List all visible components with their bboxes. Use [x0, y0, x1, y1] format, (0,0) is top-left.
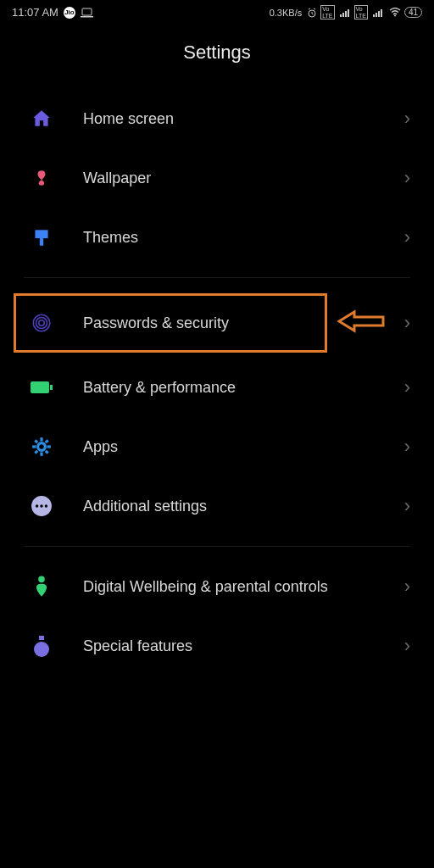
svg-point-11 [394, 15, 396, 17]
svg-rect-13 [40, 238, 43, 246]
chevron-right-icon: › [404, 108, 410, 130]
chevron-right-icon: › [404, 376, 410, 398]
svg-rect-0 [82, 8, 92, 15]
arrow-left-annotation-icon [337, 309, 385, 337]
settings-item-label: Home screen [83, 109, 404, 129]
svg-rect-5 [345, 11, 347, 17]
more-icon [29, 493, 54, 519]
fingerprint-icon [29, 310, 54, 336]
settings-item-additional-settings[interactable]: Additional settings › [0, 476, 434, 536]
svg-point-32 [38, 576, 45, 583]
svg-rect-3 [340, 14, 342, 17]
chevron-right-icon: › [404, 312, 410, 334]
status-bar: 11:07 AM Jio 0.3KB/s VoLTE VoLTE 41 [0, 0, 434, 23]
settings-item-special-features[interactable]: Special features › [0, 616, 434, 676]
settings-item-label: Digital Wellbeing & parental controls [83, 577, 404, 597]
svg-rect-18 [50, 385, 53, 390]
wellbeing-icon [29, 574, 54, 599]
svg-line-24 [35, 441, 37, 443]
settings-item-apps[interactable]: Apps › [0, 417, 434, 476]
chevron-right-icon: › [404, 635, 410, 657]
signal-icon-2 [373, 8, 384, 17]
svg-rect-1 [81, 16, 93, 18]
svg-rect-8 [376, 13, 377, 17]
battery-icon [29, 375, 54, 400]
svg-point-16 [39, 320, 45, 326]
settings-item-label: Special features [83, 637, 404, 656]
svg-point-29 [36, 505, 38, 508]
volte-icon-2: VoLTE [354, 5, 368, 19]
svg-rect-4 [342, 13, 344, 17]
settings-item-label: Wallpaper [83, 169, 404, 188]
svg-point-19 [38, 443, 46, 451]
flower-icon [29, 165, 54, 191]
home-icon [29, 106, 54, 131]
svg-point-34 [34, 642, 49, 657]
battery-indicator: 41 [404, 7, 422, 18]
settings-item-passwords-security[interactable]: Passwords & security › [0, 288, 434, 358]
settings-item-home-screen[interactable]: Home screen › [0, 89, 434, 148]
status-time: 11:07 AM [12, 6, 58, 19]
volte-icon-1: VoLTE [320, 5, 334, 19]
settings-list: Home screen › Wallpaper › Themes › Passw… [0, 89, 434, 676]
svg-rect-33 [39, 636, 44, 640]
divider [24, 546, 410, 547]
settings-item-wallpaper[interactable]: Wallpaper › [0, 148, 434, 208]
svg-rect-7 [373, 14, 375, 17]
brush-icon [29, 225, 54, 250]
signal-icon-1 [340, 8, 351, 17]
svg-point-31 [45, 505, 47, 508]
wifi-icon [389, 8, 401, 17]
settings-item-label: Additional settings [83, 497, 404, 516]
chevron-right-icon: › [404, 436, 410, 458]
svg-rect-12 [35, 231, 47, 239]
svg-rect-6 [348, 9, 349, 17]
chevron-right-icon: › [404, 495, 410, 517]
settings-item-digital-wellbeing[interactable]: Digital Wellbeing & parental controls › [0, 557, 434, 616]
svg-point-15 [36, 318, 47, 329]
svg-rect-17 [31, 381, 49, 393]
gear-icon [29, 434, 54, 459]
settings-item-label: Themes [83, 228, 404, 248]
svg-line-26 [35, 451, 37, 453]
settings-item-battery-performance[interactable]: Battery & performance › [0, 358, 434, 417]
chevron-right-icon: › [404, 576, 410, 598]
settings-item-themes[interactable]: Themes › [0, 208, 434, 267]
chevron-right-icon: › [404, 167, 410, 189]
svg-line-27 [46, 441, 48, 443]
settings-item-label: Battery & performance [83, 378, 404, 398]
svg-point-30 [40, 505, 42, 508]
flask-icon [29, 633, 54, 659]
page-title: Settings [0, 23, 434, 89]
svg-rect-10 [381, 9, 382, 17]
status-left: 11:07 AM Jio [12, 6, 93, 19]
divider [24, 277, 410, 278]
data-rate: 0.3KB/s [270, 8, 303, 18]
svg-rect-9 [378, 11, 380, 17]
alarm-icon [307, 8, 317, 18]
chevron-right-icon: › [404, 226, 410, 248]
settings-item-label: Apps [83, 437, 404, 457]
svg-line-25 [46, 451, 48, 453]
carrier-jio-icon: Jio [64, 7, 75, 19]
laptop-icon [81, 8, 93, 18]
status-right: 0.3KB/s VoLTE VoLTE 41 [270, 5, 422, 19]
